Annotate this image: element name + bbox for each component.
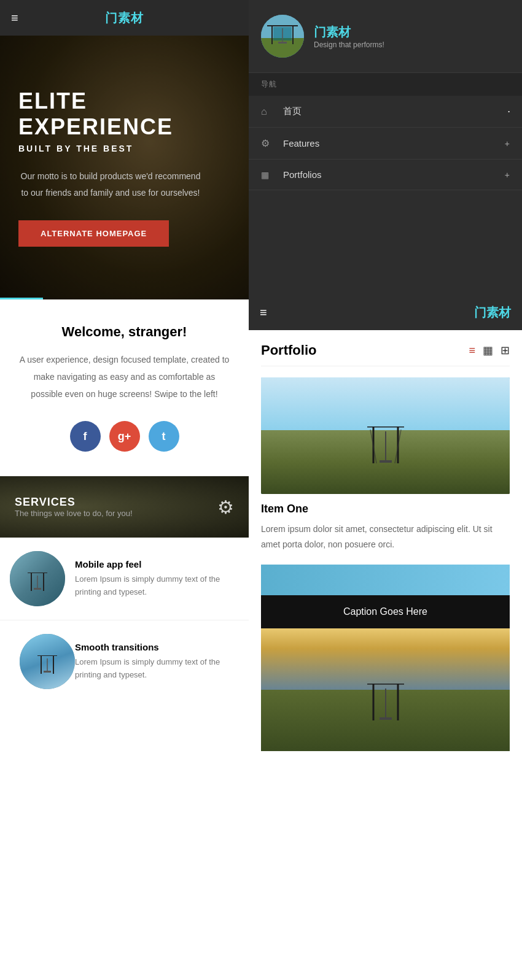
portfolio-item-image2	[261, 628, 510, 751]
menu-item-features-label: Features	[283, 138, 505, 149]
menu-item-portfolios[interactable]: ▦ Portfolios +	[249, 160, 522, 190]
top-nav-left: ≡ 门素材 ≡	[0, 0, 249, 36]
service-item-2-content: Smooth transitions Lorem Ipsum is simply…	[75, 642, 239, 682]
hero-description: Our motto is to build products we'd reco…	[18, 168, 203, 201]
hero-title: ELITE EXPERIENCE	[18, 88, 230, 140]
svg-rect-18	[278, 42, 287, 44]
portfolio-logo: 门素材	[474, 304, 511, 321]
caption-bar: Caption Goes Here	[261, 595, 510, 628]
portfolio-header: Portfolio ≡ ▦ ⊞	[261, 342, 510, 358]
hero-accent-line	[0, 298, 43, 299]
portfolio-item-image	[261, 377, 510, 494]
profile-tagline: Design that performs!	[314, 41, 384, 49]
hero-subtitle: BUILT BY THE BEST	[18, 144, 230, 153]
menu-item-features-badge: +	[505, 139, 510, 149]
services-text: SERVICES The things we love to do, for y…	[15, 496, 217, 518]
welcome-title: Welcome, stranger!	[18, 324, 230, 340]
menu-item-home[interactable]: ⌂ 首页 •	[249, 96, 522, 128]
facebook-button[interactable]: f	[70, 421, 101, 452]
menu-section-label: 导航	[249, 73, 522, 96]
service-item-2-title: Smooth transitions	[75, 642, 239, 652]
swing-icon-1	[28, 573, 47, 597]
twitter-button[interactable]: t	[149, 421, 179, 452]
portfolio-view-icons: ≡ ▦ ⊞	[469, 344, 510, 357]
welcome-description: A user experience, design focused templa…	[18, 351, 230, 403]
service-item-2: Smooth transitions Lorem Ipsum is simply…	[0, 620, 249, 703]
hamburger-icon-left[interactable]: ≡	[11, 11, 18, 25]
swing-icon-2	[37, 655, 57, 680]
portfolio-hamburger-icon[interactable]: ≡	[260, 306, 267, 320]
portfolio-swing-frame	[367, 426, 404, 476]
avatar-image	[261, 15, 304, 58]
grid-view-icon[interactable]: ▦	[483, 344, 493, 357]
service-item-1: Mobile app feel Lorem Ipsum is simply du…	[0, 538, 249, 620]
services-section: SERVICES The things we love to do, for y…	[0, 476, 249, 538]
service-item-1-title: Mobile app feel	[75, 559, 239, 569]
list-view-icon[interactable]: ≡	[469, 344, 475, 357]
profile-logo: 门素材	[314, 24, 384, 41]
gear-icon-large: ⚙	[217, 496, 234, 518]
caption-image-bar	[261, 565, 510, 595]
service-item-2-image	[20, 634, 75, 689]
menu-item-portfolios-badge: +	[505, 170, 510, 180]
menu-item-features[interactable]: ⚙ Features +	[249, 128, 522, 160]
svg-rect-9	[44, 671, 51, 673]
home-icon: ⌂	[261, 106, 273, 117]
service-item-1-desc: Lorem Ipsum is simply dummy text of the …	[75, 573, 239, 599]
portfolio-swing-frame-2	[367, 684, 404, 733]
social-icons-group: f g+ t	[18, 421, 230, 452]
portfolio-item-desc: Lorem ipsum dolor sit amet, consectetur …	[261, 522, 510, 552]
services-subtitle: The things we love to do, for you!	[15, 509, 217, 518]
service-item-2-desc: Lorem Ipsum is simply dummy text of the …	[75, 656, 239, 682]
alternate-homepage-button[interactable]: ALTERNATE HOMEPAGE	[18, 220, 169, 247]
portfolio-title: Portfolio	[261, 342, 316, 358]
portfolios-icon: ▦	[261, 170, 273, 180]
svg-rect-23	[380, 460, 392, 463]
slide-menu: 门素材 Design that performs! 导航 ⌂ 首页 • ⚙ Fe…	[249, 0, 522, 295]
features-icon: ⚙	[261, 137, 273, 149]
welcome-section: Welcome, stranger! A user experience, de…	[0, 299, 249, 476]
svg-rect-4	[34, 588, 41, 590]
profile-avatar	[261, 15, 304, 58]
menu-item-home-label: 首页	[283, 106, 508, 117]
portfolio-content: Portfolio ≡ ▦ ⊞	[249, 330, 522, 763]
service-item-1-image	[10, 551, 65, 606]
portfolio-item-title: Item One	[261, 503, 510, 515]
profile-info: 门素材 Design that performs!	[314, 24, 384, 49]
googleplus-button[interactable]: g+	[109, 421, 140, 452]
service-item-1-content: Mobile app feel Lorem Ipsum is simply du…	[75, 559, 239, 599]
hero-section: ELITE EXPERIENCE BUILT BY THE BEST Our m…	[0, 36, 249, 299]
svg-rect-30	[380, 717, 392, 720]
slide-menu-profile: 门素材 Design that performs!	[249, 0, 522, 73]
logo-left: 门素材	[105, 10, 144, 26]
services-title: SERVICES	[15, 496, 217, 509]
menu-item-home-badge: •	[508, 109, 510, 114]
portfolio-divider	[261, 366, 510, 366]
menu-item-portfolios-label: Portfolios	[283, 169, 505, 180]
portfolio-top-nav: ≡ 门素材	[249, 295, 522, 330]
small-grid-view-icon[interactable]: ⊞	[501, 344, 510, 357]
